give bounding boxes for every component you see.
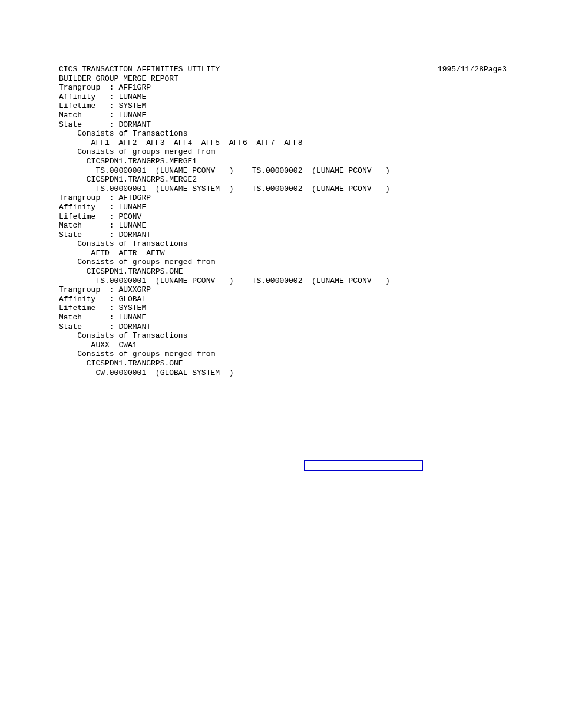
page-number: 3 bbox=[502, 65, 507, 74]
report-title: CICS TRANSACTION AFFINITIES UTILITY bbox=[59, 65, 438, 74]
report-body: Trangroup : AFF1GRP Affinity : LUNAME Li… bbox=[59, 83, 562, 377]
header-row: CICS TRANSACTION AFFINITIES UTILITY1995/… bbox=[59, 65, 507, 74]
report-subtitle: BUILDER GROUP MERGE REPORT bbox=[59, 74, 562, 84]
report-page: CICS TRANSACTION AFFINITIES UTILITY1995/… bbox=[0, 0, 562, 377]
report-date: 1995/11/28 bbox=[438, 65, 484, 74]
page-label: Page bbox=[484, 65, 502, 74]
